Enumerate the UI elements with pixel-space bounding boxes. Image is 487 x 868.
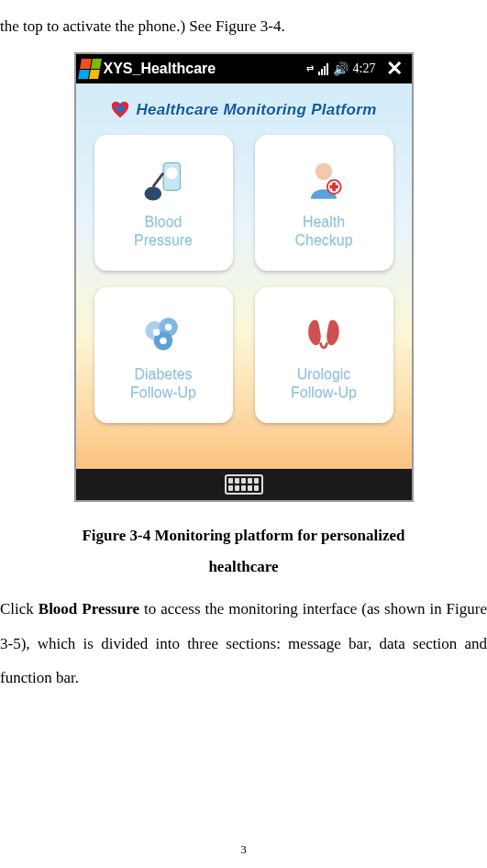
signal-icon <box>318 62 328 75</box>
figure-caption: Figure 3-4 Monitoring platform for perso… <box>0 520 487 583</box>
tile-blood-pressure[interactable]: Blood Pressure <box>94 135 233 271</box>
tile-urologic-followup[interactable]: Urologic Follow-Up <box>255 287 393 423</box>
svg-point-12 <box>153 329 160 336</box>
svg-point-13 <box>165 324 172 330</box>
platform-banner: Healthcare Monitoring Platform <box>89 100 399 120</box>
app-title: XYS_Healthcare <box>104 61 303 77</box>
bold-blood-pressure: Blood Pressure <box>39 600 139 618</box>
tile-label: Diabetes Follow-Up <box>130 365 196 402</box>
app-body: Healthcare Monitoring Platform Blood <box>76 83 412 469</box>
heart-cross-icon <box>110 100 130 120</box>
urologic-icon <box>298 308 349 360</box>
close-icon[interactable]: ✕ <box>381 57 408 81</box>
svg-point-5 <box>315 163 333 181</box>
page-number: 3 <box>0 842 487 857</box>
svg-rect-1 <box>116 107 126 111</box>
tile-label: Health Checkup <box>294 213 352 250</box>
data-sync-icon: ⇄ <box>306 66 314 72</box>
svg-point-4 <box>144 187 161 201</box>
status-bar: XYS_Healthcare ⇄ 🔊 4:27 ✕ <box>76 54 412 83</box>
status-icons: ⇄ 🔊 4:27 ✕ <box>306 57 408 81</box>
windows-logo-icon <box>78 59 102 79</box>
health-checkup-icon <box>298 156 349 207</box>
clock-time: 4:27 <box>353 61 376 76</box>
keyboard-icon[interactable] <box>225 474 263 495</box>
tile-health-checkup[interactable]: Health Checkup <box>255 135 393 271</box>
svg-point-14 <box>160 338 166 344</box>
tile-label: Blood Pressure <box>134 213 193 250</box>
body-paragraph: Click Blood Pressure to access the monit… <box>0 592 487 695</box>
diabetes-icon <box>138 308 189 360</box>
svg-point-3 <box>166 168 178 180</box>
body-text-top: the top to activate the phone.) See Figu… <box>0 9 487 43</box>
speaker-icon: 🔊 <box>333 61 349 77</box>
bottom-bar <box>76 469 412 500</box>
phone-screenshot: XYS_Healthcare ⇄ 🔊 4:27 ✕ <box>74 52 414 502</box>
svg-rect-8 <box>330 185 338 189</box>
banner-text: Healthcare Monitoring Platform <box>136 101 376 119</box>
tile-label: Urologic Follow-Up <box>291 365 357 402</box>
blood-pressure-icon <box>138 156 189 207</box>
tiles-grid: Blood Pressure <box>89 135 399 423</box>
tile-diabetes-followup[interactable]: Diabetes Follow-Up <box>94 287 233 423</box>
